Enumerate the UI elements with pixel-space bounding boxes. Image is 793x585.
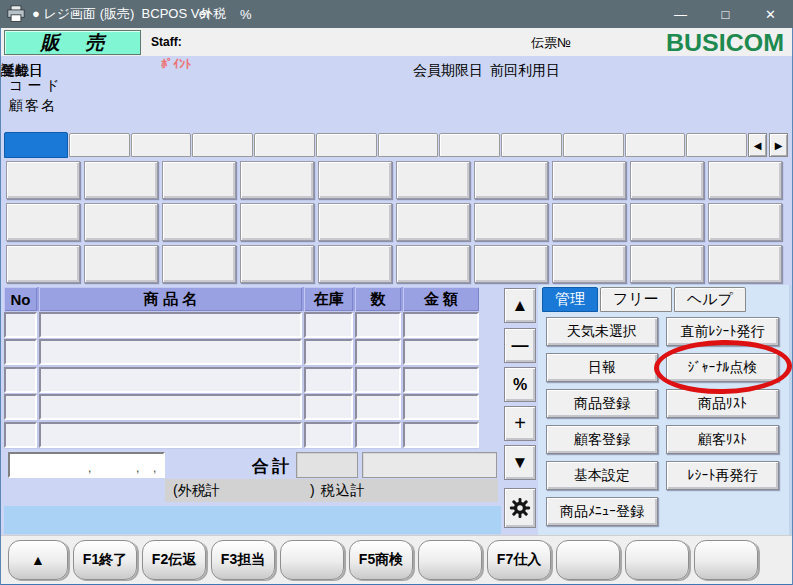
percent-button[interactable]: % [504,367,536,402]
category-tabs [4,132,748,158]
category-tab-2[interactable] [69,133,130,157]
product-quick-key[interactable] [162,161,236,199]
table-row [4,339,479,365]
product-quick-key[interactable] [318,161,392,199]
product-quick-key[interactable] [240,203,314,241]
f5-product-check-button[interactable]: F5商検 [349,540,413,580]
table-cell [304,312,353,338]
product-quick-key[interactable] [6,161,80,199]
product-quick-key[interactable] [396,203,470,241]
minus-button[interactable]: — [504,328,536,363]
f10-blank-button[interactable] [694,540,758,580]
items-table: No商 品 名在庫数金 額 [4,287,479,449]
maximize-button[interactable]: □ [703,0,748,28]
digit-separator-mark: , [136,461,139,475]
minimize-button[interactable]: — [658,0,703,28]
plus-button[interactable]: + [504,406,536,441]
message-strip [4,506,501,534]
product-quick-key[interactable] [630,245,704,283]
category-tab-1[interactable] [4,132,68,158]
customer-register-button[interactable]: 顧客登録 [546,425,658,454]
tab-kanri[interactable]: 管理 [542,287,598,312]
product-quick-key[interactable] [396,245,470,283]
journal-check-button[interactable]: ｼﾞｬｰﾅﾙ点検 [666,353,779,382]
product-quick-key[interactable] [708,203,782,241]
product-quick-key[interactable] [318,245,392,283]
product-quick-key[interactable] [630,203,704,241]
product-quick-key[interactable] [240,161,314,199]
column-header-2: 商 品 名 [39,287,302,311]
staff-label: Staff: [151,35,182,49]
tab-help[interactable]: ヘルプ [674,287,746,312]
category-tab-8[interactable] [439,133,500,157]
category-tab-5[interactable] [254,133,315,157]
product-quick-key[interactable] [318,203,392,241]
product-quick-key[interactable] [6,203,80,241]
product-quick-key[interactable] [708,245,782,283]
product-quick-key[interactable] [474,203,548,241]
f9-blank-button[interactable] [625,540,689,580]
product-quick-key[interactable] [84,245,158,283]
product-menu-register-button[interactable]: 商品ﾒﾆｭｰ登録 [546,497,658,526]
customer-list-button[interactable]: 顧客ﾘｽﾄ [666,425,779,454]
product-list-button[interactable]: 商品ﾘｽﾄ [666,389,779,418]
f6-blank-button[interactable] [418,540,482,580]
f3-staff-button[interactable]: F3担当 [211,540,275,580]
product-quick-key[interactable] [84,161,158,199]
product-quick-key[interactable] [84,203,158,241]
category-tab-12[interactable] [686,133,747,157]
product-quick-key[interactable] [162,245,236,283]
category-tab-10[interactable] [563,133,624,157]
tabs-scroll-right-icon[interactable]: ▶ [769,133,788,157]
product-quick-key[interactable] [552,245,626,283]
points-label: ﾎﾟｲﾝﾄ [161,57,191,71]
category-tab-9[interactable] [501,133,562,157]
row-up-button[interactable]: ▲ [504,288,536,323]
product-register-button[interactable]: 商品登録 [546,389,658,418]
product-quick-key[interactable] [552,203,626,241]
daily-report-button[interactable]: 日報 [546,353,658,382]
product-quick-key[interactable] [6,245,80,283]
product-quick-key[interactable] [630,161,704,199]
product-quick-key[interactable] [474,161,548,199]
category-tab-11[interactable] [625,133,686,157]
amount-entry-field[interactable]: ,,, [8,452,165,478]
settings-button[interactable] [504,488,536,528]
close-button[interactable]: ✕ [748,0,793,28]
category-tab-4[interactable] [192,133,253,157]
f4-blank-button[interactable] [280,540,344,580]
total-quantity-display [296,452,358,478]
tax-mode-label: 外税 [200,5,226,23]
product-quick-key[interactable] [162,203,236,241]
basic-settings-button[interactable]: 基本設定 [546,461,658,490]
category-tab-6[interactable] [316,133,377,157]
category-tab-3[interactable] [131,133,192,157]
tabs-scroll-left-icon[interactable]: ◀ [748,133,767,157]
date-label-5: 前回利用日 [490,62,560,80]
product-grid [6,161,786,284]
f8-blank-button[interactable] [556,540,620,580]
f1-exit-button[interactable]: F1終了 [73,540,137,580]
tab-free[interactable]: フリー [600,287,672,312]
table-cell [355,422,401,448]
table-cell [355,312,401,338]
product-quick-key[interactable] [474,245,548,283]
fn-arrow-button[interactable]: ▲ [8,540,68,580]
weather-select-button[interactable]: 天気未選択 [546,317,658,346]
receipt-reprint-button[interactable]: ﾚｼｰﾄ再発行 [666,461,779,490]
table-cell [403,339,479,365]
f2-slip-return-button[interactable]: F2伝返 [142,540,206,580]
product-quick-key[interactable] [396,161,470,199]
table-cell [304,422,353,448]
slip-no-label: 伝票№ [531,34,571,52]
table-cell [355,394,401,420]
last-receipt-button[interactable]: 直前ﾚｼｰﾄ発行 [666,317,779,346]
table-cell [39,394,302,420]
product-quick-key[interactable] [240,245,314,283]
f7-purchase-button[interactable]: F7仕入 [487,540,551,580]
product-quick-key[interactable] [708,161,782,199]
digit-separator-mark: , [88,461,91,475]
product-quick-key[interactable] [552,161,626,199]
row-down-button[interactable]: ▼ [504,445,536,480]
category-tab-7[interactable] [378,133,439,157]
